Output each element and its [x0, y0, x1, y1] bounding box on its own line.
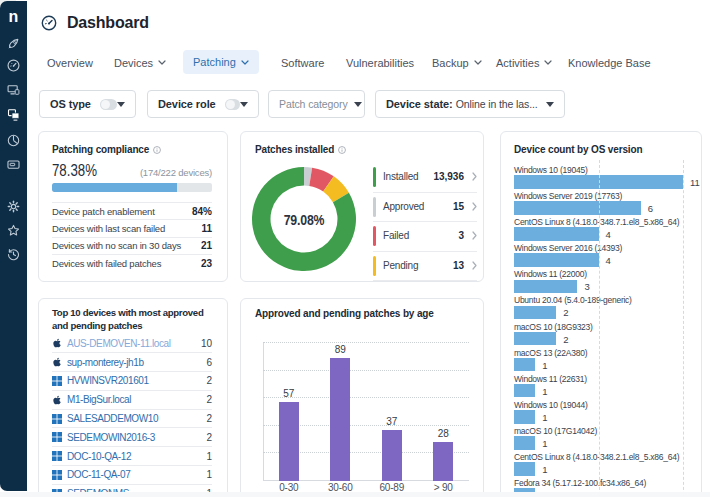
- os-label: Windows 10 (19044): [514, 400, 587, 410]
- history-icon[interactable]: [7, 248, 20, 261]
- brand-logo[interactable]: n: [0, 8, 27, 26]
- card-title: Patching compliance: [52, 144, 161, 155]
- device-link[interactable]: SALESADDEMOW10: [67, 413, 158, 424]
- os-bar-row: Windows 10 (19044)1: [514, 399, 695, 425]
- chevron-down-icon: [544, 60, 552, 65]
- star-icon[interactable]: [7, 224, 20, 237]
- caret-down-icon: [117, 102, 125, 107]
- device-row: SALESADDEMOW102: [52, 410, 212, 429]
- tab-backup[interactable]: Backup: [432, 50, 482, 75]
- info-icon[interactable]: [153, 146, 161, 154]
- device-count: 2: [206, 413, 212, 424]
- chevron-right-icon: [472, 172, 477, 181]
- os-bar[interactable]: [514, 410, 535, 424]
- os-bar[interactable]: [514, 306, 556, 320]
- caret-down-icon: [546, 102, 554, 107]
- tab-software[interactable]: Software: [281, 50, 324, 75]
- os-label: Windows Server 2019 (17763): [514, 191, 622, 201]
- patches-installed-card: Patches installed 79.08% Installed13,936…: [240, 131, 484, 282]
- os-count: 6: [648, 203, 653, 214]
- os-bar[interactable]: [514, 253, 599, 267]
- filter-device-role[interactable]: Device role: [147, 90, 259, 118]
- device-link[interactable]: DOC-10-QA-12: [67, 451, 131, 462]
- remote-sessions-icon[interactable]: [7, 108, 20, 121]
- os-version-card: Device count by OS version Windows 10 (1…: [500, 131, 702, 497]
- device-count: 10: [201, 338, 212, 349]
- tab-overview[interactable]: Overview: [47, 50, 93, 75]
- os-bar[interactable]: [514, 227, 599, 241]
- os-bar[interactable]: [514, 280, 577, 294]
- legend-row-pending[interactable]: Pending13: [373, 252, 477, 282]
- age-bar[interactable]: [279, 402, 299, 481]
- filter-os-type[interactable]: OS type: [39, 90, 136, 118]
- device-row: DOC-10-QA-121: [52, 447, 212, 466]
- stat-label: Devices with no scan in 30 days: [52, 240, 181, 251]
- os-count: 1: [542, 438, 547, 449]
- tab-activities[interactable]: Activities: [496, 50, 552, 75]
- legend-color-bar: [373, 256, 376, 276]
- window-bottom-edge: [0, 492, 710, 497]
- os-chart-gridline: [599, 160, 600, 497]
- chevron-right-icon: [472, 202, 477, 211]
- stat-label: Devices with failed patches: [52, 258, 161, 269]
- os-label: Windows 10 (19045): [514, 165, 587, 175]
- tab-knowledge-base[interactable]: Knowledge Base: [568, 50, 651, 75]
- legend-row-installed[interactable]: Installed13,936: [373, 163, 477, 193]
- os-label: CentOS Linux 8 (4.18.0-348.2.1.el8_5.x86…: [514, 452, 679, 462]
- filter-patch-category[interactable]: Patch category: [268, 90, 365, 118]
- os-bar[interactable]: [514, 436, 535, 450]
- os-count: 4: [606, 255, 611, 266]
- os-bar-row: CentOS Linux 8 (4.18.0-348.2.1.el8_5.x86…: [514, 451, 695, 477]
- chevron-down-icon: [241, 60, 249, 65]
- os-bar[interactable]: [514, 332, 556, 346]
- compliance-percent: 78.38%: [52, 161, 97, 181]
- os-bar-row: Windows Server 2016 (14393)4: [514, 242, 695, 268]
- filter-device-state[interactable]: Device state: Online in the las...: [375, 90, 565, 118]
- tab-devices[interactable]: Devices: [114, 50, 166, 75]
- tab-patching[interactable]: Patching: [183, 50, 259, 74]
- device-link[interactable]: SEDEMOWIN2016-3: [67, 432, 155, 443]
- os-bar[interactable]: [514, 462, 535, 476]
- caret-down-icon: [240, 102, 248, 107]
- legend-row-failed[interactable]: Failed3: [373, 222, 477, 252]
- info-icon[interactable]: [338, 146, 346, 154]
- legend-value: 3: [458, 230, 464, 241]
- os-bar-row: Windows 11 (22631)1: [514, 373, 695, 399]
- os-bar[interactable]: [514, 384, 535, 398]
- gauge-icon[interactable]: [7, 59, 20, 72]
- device-link[interactable]: HVWINSVR201601: [67, 375, 149, 386]
- os-bar-row: Windows 11 (22000)3: [514, 268, 695, 294]
- stat-label: Device patch enablement: [52, 206, 155, 217]
- card-title: Patches installed: [255, 144, 346, 155]
- stat-value: 84%: [192, 206, 212, 217]
- device-row: SEDEMOWIN2016-32: [52, 428, 212, 447]
- stat-value: 23: [201, 258, 212, 269]
- device-link[interactable]: DOC-11-QA-07: [67, 469, 130, 480]
- card-icon[interactable]: [7, 158, 20, 171]
- device-link[interactable]: M1-BigSur.local: [67, 394, 131, 405]
- age-bar[interactable]: [433, 442, 453, 481]
- age-bar[interactable]: [382, 430, 402, 481]
- rocket-icon[interactable]: [7, 37, 20, 50]
- legend-value: 13,936: [433, 171, 464, 182]
- device-role-toggle[interactable]: [225, 99, 240, 110]
- tab-vulnerabilities[interactable]: Vulnerabilities: [346, 50, 414, 75]
- age-bar[interactable]: [330, 358, 350, 481]
- age-bar-value: 57: [283, 388, 294, 399]
- device-row: sup-monterey-jh1b6: [52, 353, 212, 372]
- devices-icon[interactable]: [7, 83, 20, 96]
- windows-icon: [52, 414, 62, 424]
- compliance-stat-row: Devices with last scan failed11: [52, 219, 212, 236]
- settings-icon[interactable]: [7, 200, 20, 213]
- device-link[interactable]: sup-monterey-jh1b: [67, 357, 144, 368]
- reports-icon[interactable]: [7, 134, 20, 147]
- compliance-progress-bar: [52, 183, 212, 192]
- os-type-toggle[interactable]: [100, 99, 117, 110]
- os-count: 3: [584, 281, 589, 292]
- device-link[interactable]: AUS-DEMOVEN-11.local: [67, 338, 171, 349]
- os-bar[interactable]: [514, 358, 535, 372]
- legend-row-approved[interactable]: Approved15: [373, 193, 477, 223]
- windows-icon: [52, 432, 62, 442]
- os-count: 1: [542, 386, 547, 397]
- os-bar[interactable]: [514, 201, 641, 215]
